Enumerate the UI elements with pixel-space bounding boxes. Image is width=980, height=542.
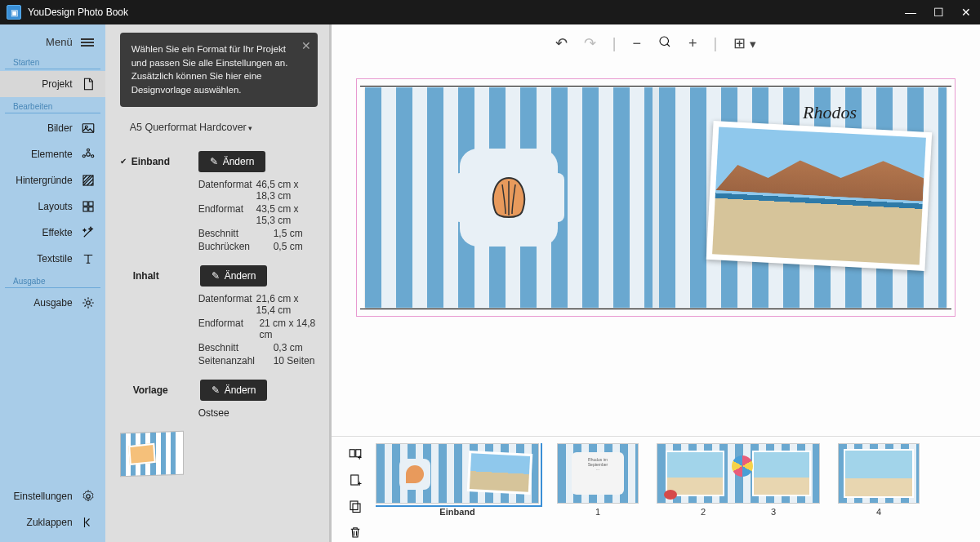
svg-rect-8	[88, 202, 92, 206]
back-cover[interactable]	[365, 87, 653, 308]
sidebar-item-zuklappen[interactable]: Zuklappen	[0, 509, 105, 535]
minimize-icon[interactable]: —	[903, 6, 918, 19]
thumb-einband[interactable]	[376, 443, 539, 504]
format-dropdown[interactable]: A5 Querformat Hardcover▾	[120, 117, 318, 144]
svg-point-13	[660, 37, 669, 46]
add-spread-icon[interactable]	[348, 446, 363, 464]
svg-rect-14	[350, 450, 354, 457]
vorlage-change-button[interactable]: ✎Ändern	[200, 380, 268, 401]
sidebar-item-effekte[interactable]: Effekte	[0, 220, 105, 246]
maximize-icon[interactable]: ☐	[931, 6, 946, 19]
zoom-out-icon[interactable]: −	[629, 33, 644, 54]
thumb-label: Einband	[439, 507, 474, 517]
thumb-page-4[interactable]	[838, 443, 920, 504]
page-strip: Einband Rhodos imSeptember··· 1	[332, 436, 980, 542]
gear-icon	[81, 489, 96, 504]
svg-rect-15	[356, 450, 361, 457]
zoom-fit-icon[interactable]	[654, 33, 675, 55]
collapse-icon	[81, 515, 96, 530]
section-starten: Starten	[5, 56, 100, 69]
svg-rect-10	[88, 207, 92, 211]
thumb-label: 3	[771, 507, 776, 517]
sidebar-item-bilder[interactable]: Bilder	[0, 115, 105, 141]
page-thumbnails[interactable]: Einband Rhodos imSeptember··· 1	[376, 443, 969, 539]
shell-icon	[483, 171, 535, 224]
section-ausgabe: Ausgabe	[5, 275, 100, 288]
redo-icon[interactable]: ↷	[581, 33, 599, 54]
svg-point-2	[86, 153, 90, 157]
wand-icon	[81, 225, 96, 240]
grid-icon	[81, 199, 96, 214]
thumb-label: 1	[595, 507, 600, 517]
svg-point-5	[91, 155, 93, 158]
sidebar-item-projekt[interactable]: Projekt	[0, 71, 105, 97]
einband-checkbox[interactable]: ✔	[120, 157, 127, 166]
sidebar-item-einstellungen[interactable]: Einstellungen	[0, 483, 105, 509]
einband-change-button[interactable]: ✎Ändern	[198, 151, 266, 172]
menu-button[interactable]: Menü	[0, 31, 105, 53]
vorlage-label: Vorlage	[133, 384, 200, 396]
duplicate-page-icon[interactable]	[348, 499, 363, 517]
thumb-page-2-3[interactable]	[657, 443, 820, 504]
shell-frame[interactable]	[460, 149, 558, 247]
cover-photo[interactable]	[706, 121, 933, 271]
svg-rect-7	[83, 202, 87, 206]
sidebar-item-hintergruende[interactable]: Hintergründe	[0, 167, 105, 193]
pencil-icon: ✎	[212, 270, 220, 282]
svg-rect-18	[353, 504, 360, 513]
pencil-icon: ✎	[210, 156, 218, 167]
thumb-label: 4	[876, 507, 881, 517]
thumb-page-1[interactable]: Rhodos imSeptember···	[557, 443, 639, 504]
grid-toggle-icon[interactable]: ⊞ ▾	[730, 33, 760, 54]
canvas[interactable]: Rhodos	[332, 62, 980, 436]
canvas-toolbar: ↶ ↷ | − + | ⊞ ▾	[332, 24, 980, 62]
pencil-icon: ✎	[212, 384, 220, 396]
thumb-label: 2	[701, 507, 706, 517]
titlebar: ▣ YouDesign Photo Book — ☐ ✕	[0, 0, 980, 24]
inhalt-label: Inhalt	[133, 270, 200, 282]
einband-props: Datenformat46,5 cm x 18,3 cm Endformat43…	[198, 179, 318, 252]
zoom-in-icon[interactable]: +	[685, 33, 701, 54]
hamburger-icon	[81, 37, 94, 48]
delete-page-icon[interactable]	[348, 525, 363, 542]
vorlage-name: Ostsee	[198, 407, 318, 419]
hatch-icon	[81, 173, 96, 188]
shapes-icon	[81, 147, 96, 162]
menu-label: Menü	[46, 36, 73, 48]
image-icon	[81, 121, 96, 136]
add-page-icon[interactable]	[348, 473, 363, 491]
app-title: YouDesign Photo Book	[28, 7, 903, 18]
sidebar-item-ausgabe[interactable]: Ausgabe	[0, 290, 105, 316]
svg-point-11	[86, 301, 90, 305]
sidebar-item-textstile[interactable]: Textstile	[0, 246, 105, 272]
canvas-area: ↶ ↷ | − + | ⊞ ▾	[329, 24, 980, 542]
book-spine[interactable]	[653, 87, 659, 308]
book-cover[interactable]: Rhodos	[365, 87, 947, 308]
inhalt-props: Datenformat21,6 cm x 15,4 cm Endformat21…	[198, 293, 318, 367]
inhalt-change-button[interactable]: ✎Ändern	[200, 265, 268, 287]
sidebar-item-elemente[interactable]: Elemente	[0, 141, 105, 167]
hint-text: Wählen Sie ein Format für Ihr Projekt un…	[131, 44, 288, 95]
svg-rect-16	[351, 475, 359, 485]
svg-point-12	[86, 495, 90, 499]
properties-panel: ✕ Wählen Sie ein Format für Ihr Projekt …	[105, 24, 329, 542]
document-icon	[81, 77, 96, 91]
close-icon[interactable]: ✕	[959, 6, 973, 19]
einband-label: Einband	[131, 156, 198, 167]
svg-point-3	[87, 149, 89, 151]
front-cover[interactable]: Rhodos	[659, 87, 947, 308]
svg-rect-17	[350, 501, 358, 510]
hint-box: ✕ Wählen Sie ein Format für Ihr Projekt …	[120, 33, 318, 107]
cover-title[interactable]: Rhodos	[803, 102, 857, 123]
cover-bleed-outline: Rhodos	[356, 78, 956, 317]
svg-rect-9	[83, 207, 87, 211]
hint-close-icon[interactable]: ✕	[301, 38, 311, 54]
template-thumbnail[interactable]	[120, 430, 184, 477]
svg-point-4	[82, 155, 85, 158]
page-tools	[343, 443, 368, 539]
sidebar: Menü Starten Projekt Bearbeiten Bilder E…	[0, 24, 105, 542]
sidebar-item-layouts[interactable]: Layouts	[0, 193, 105, 220]
app-icon: ▣	[7, 5, 21, 20]
undo-icon[interactable]: ↶	[552, 33, 571, 54]
section-bearbeiten: Bearbeiten	[5, 100, 100, 113]
